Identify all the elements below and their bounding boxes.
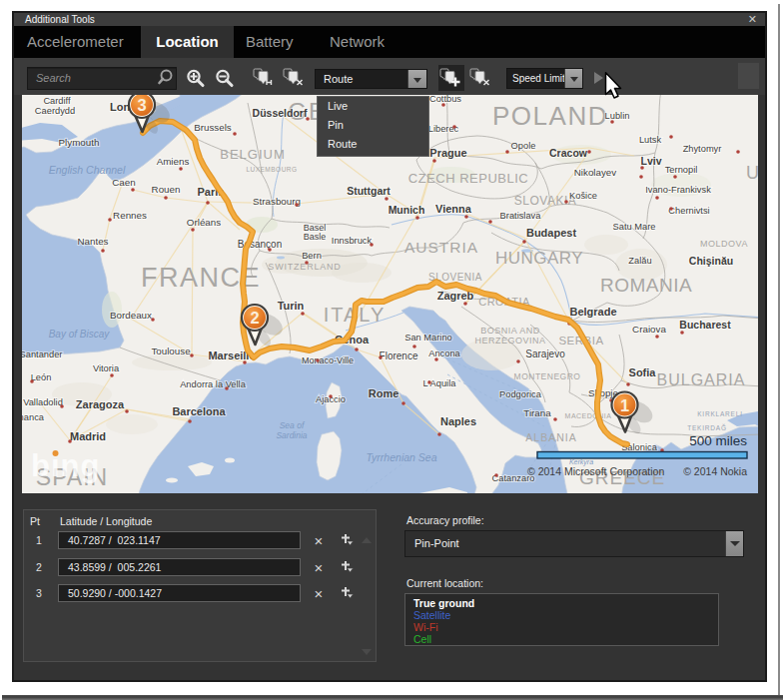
svg-text:Sarajevo: Sarajevo xyxy=(525,349,565,359)
svg-text:Bordeaux: Bordeaux xyxy=(110,310,152,321)
svg-text:manca: manca xyxy=(22,412,45,422)
svg-text:Sardinia: Sardinia xyxy=(276,430,307,440)
svg-text:Lutsk: Lutsk xyxy=(639,135,662,145)
svg-text:ALBANIA: ALBANIA xyxy=(525,431,576,443)
svg-text:Rouen: Rouen xyxy=(152,184,181,195)
svg-text:bing: bing xyxy=(31,448,100,483)
svg-text:Zalău: Zalău xyxy=(628,256,651,266)
svg-text:Vienna: Vienna xyxy=(435,203,472,215)
svg-text:Innsbruck: Innsbruck xyxy=(332,236,373,246)
svg-text:Brussels: Brussels xyxy=(194,122,232,133)
svg-text:Opole: Opole xyxy=(511,141,536,151)
svg-text:Turin: Turin xyxy=(278,300,305,312)
svg-text:Florence: Florence xyxy=(380,350,418,361)
svg-text:Budapest: Budapest xyxy=(526,227,576,239)
svg-text:Ivano-Frankivsk: Ivano-Frankivsk xyxy=(645,185,711,195)
svg-text:BULGARIA: BULGARIA xyxy=(657,371,746,388)
svg-text:Ternopil: Ternopil xyxy=(665,165,698,175)
svg-text:Monaco-Ville: Monaco-Ville xyxy=(302,355,354,365)
svg-text:Munich: Munich xyxy=(389,204,425,216)
svg-text:BOSNIA AND: BOSNIA AND xyxy=(480,326,540,336)
svg-text:Bay of Biscay: Bay of Biscay xyxy=(49,329,111,340)
svg-text:Naples: Naples xyxy=(440,415,476,427)
svg-text:Valladolid: Valladolid xyxy=(23,397,63,407)
svg-text:Bern: Bern xyxy=(302,251,322,261)
svg-text:Nantes: Nantes xyxy=(77,236,108,247)
svg-text:Ancona: Ancona xyxy=(428,349,460,358)
svg-text:Zaragoza: Zaragoza xyxy=(76,398,125,410)
svg-text:MACEDONIA: MACEDONIA xyxy=(565,412,612,419)
svg-text:Sofia: Sofia xyxy=(629,366,657,378)
svg-text:Bucharest: Bucharest xyxy=(679,319,731,331)
svg-text:Basle: Basle xyxy=(304,232,327,242)
svg-text:Madrid: Madrid xyxy=(70,430,106,442)
svg-text:MONTENEGRO: MONTENEGRO xyxy=(514,371,581,381)
svg-text:Satu Mare: Satu Mare xyxy=(613,222,656,232)
svg-text:Chişinău: Chişinău xyxy=(689,255,733,267)
svg-text:Cracow: Cracow xyxy=(549,147,588,159)
svg-text:MOLDOVA: MOLDOVA xyxy=(700,239,748,249)
svg-text:Belgrade: Belgrade xyxy=(569,306,616,318)
svg-text:SWITZERLAND: SWITZERLAND xyxy=(268,262,341,272)
svg-text:León: León xyxy=(31,372,52,382)
svg-text:Orléans: Orléans xyxy=(187,217,221,228)
svg-text:Nikolayev: Nikolayev xyxy=(574,167,617,178)
svg-text:Rome: Rome xyxy=(369,387,399,399)
svg-text:Tyrrhenian Sea: Tyrrhenian Sea xyxy=(366,451,436,463)
svg-text:UKRAINE: UKRAINE xyxy=(746,163,758,183)
svg-text:Chernivtsi: Chernivtsi xyxy=(668,206,709,216)
svg-text:Barcelona: Barcelona xyxy=(172,405,226,417)
svg-text:Craiova: Craiova xyxy=(632,324,666,335)
svg-text:Zhytomyr: Zhytomyr xyxy=(683,144,722,154)
svg-text:Košice: Košice xyxy=(569,191,597,201)
svg-text:Düsseldorf: Düsseldorf xyxy=(253,107,308,119)
svg-text:Bratislava: Bratislava xyxy=(500,211,542,221)
svg-text:Toulouse: Toulouse xyxy=(151,346,191,356)
svg-text:1: 1 xyxy=(620,396,629,414)
svg-text:Sea of: Sea of xyxy=(280,420,306,430)
svg-text:© 2014 Microsoft Corporation: © 2014 Microsoft Corporation xyxy=(527,465,664,477)
svg-text:Rennes: Rennes xyxy=(113,210,147,221)
svg-text:POLAND: POLAND xyxy=(492,101,608,131)
svg-text:Stuttgart: Stuttgart xyxy=(347,185,391,197)
svg-text:LUXEMBOURG: LUXEMBOURG xyxy=(246,166,297,173)
svg-text:Cardiff: Cardiff xyxy=(43,96,71,106)
svg-text:Tirana: Tirana xyxy=(523,407,551,418)
svg-text:HERZEGOVINA: HERZEGOVINA xyxy=(474,336,545,346)
svg-text:Caen: Caen xyxy=(112,177,135,188)
svg-text:Podgorica: Podgorica xyxy=(499,389,542,399)
svg-text:Andorra la Vella: Andorra la Vella xyxy=(180,379,246,389)
svg-text:San Marino: San Marino xyxy=(404,333,452,343)
svg-text:BELGIUM: BELGIUM xyxy=(220,147,286,162)
svg-text:Amiens: Amiens xyxy=(157,156,190,167)
svg-text:© 2014 Nokia: © 2014 Nokia xyxy=(683,465,747,477)
svg-text:2: 2 xyxy=(250,309,259,327)
svg-text:Caerdydd: Caerdydd xyxy=(35,106,75,116)
svg-text:Lublin: Lublin xyxy=(605,111,630,121)
svg-text:Plymouth: Plymouth xyxy=(59,137,100,148)
svg-text:English Channel: English Channel xyxy=(49,164,126,176)
svg-text:Cottbus: Cottbus xyxy=(429,95,461,104)
svg-text:500 miles: 500 miles xyxy=(689,433,747,448)
svg-text:Santander: Santander xyxy=(22,350,62,359)
svg-text:KIRKLARELI: KIRKLARELI xyxy=(697,410,743,417)
svg-text:Prague: Prague xyxy=(429,147,466,159)
svg-text:TEKIRDAĞ: TEKIRDAĞ xyxy=(687,423,727,431)
svg-text:ROMANIA: ROMANIA xyxy=(600,275,692,296)
svg-text:Strasbourg: Strasbourg xyxy=(253,196,301,207)
svg-text:Vitoria: Vitoria xyxy=(93,363,120,373)
svg-text:Lviv: Lviv xyxy=(640,155,661,167)
svg-text:CZECH REPUBLIC: CZECH REPUBLIC xyxy=(408,171,528,186)
svg-text:HUNGARY: HUNGARY xyxy=(495,249,583,268)
svg-text:3: 3 xyxy=(137,96,146,114)
svg-text:AUSTRIA: AUSTRIA xyxy=(404,239,478,256)
